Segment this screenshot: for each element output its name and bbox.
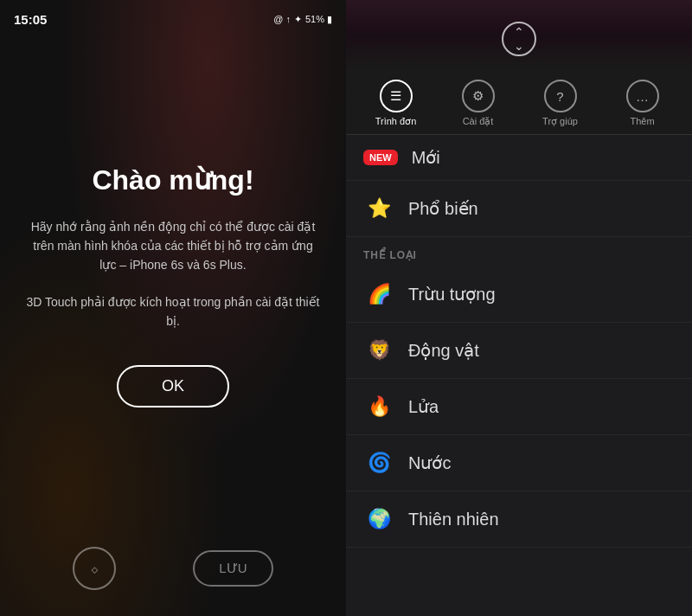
nuoc-icon: 🌀 xyxy=(363,447,394,478)
welcome-desc-2: 3D Touch phải được kích hoạt trong phần … xyxy=(26,292,320,331)
ok-button[interactable]: OK xyxy=(117,365,229,407)
nav-them[interactable]: … Thêm xyxy=(617,80,669,126)
dong-vat-icon: 🦁 xyxy=(363,335,394,366)
menu-item-lua[interactable]: 🔥 Lửa xyxy=(346,379,692,435)
right-top-image: ⌃⌄ xyxy=(346,0,692,69)
menu-item-dong-vat[interactable]: 🦁 Động vật xyxy=(346,323,692,379)
new-badge: NEW xyxy=(363,150,398,165)
luu-button[interactable]: LƯU xyxy=(193,550,272,587)
thien-nhien-text: Thiên nhiên xyxy=(408,510,499,529)
lua-text: Lửa xyxy=(408,396,439,417)
nav-tro-giup[interactable]: ? Trợ giúp xyxy=(535,80,586,127)
nuoc-text: Nước xyxy=(408,452,451,473)
menu-item-nuoc[interactable]: 🌀 Nước xyxy=(346,435,692,491)
left-status-time: 15:05 xyxy=(14,12,47,27)
lua-icon: 🔥 xyxy=(363,391,394,422)
menu-item-moi[interactable]: NEW Mới xyxy=(346,135,692,181)
trinh-don-icon: ☰ xyxy=(380,80,413,112)
left-bottom-bar: ⬦ LƯU xyxy=(0,533,346,616)
trinh-don-label: Trình đơn xyxy=(375,116,417,127)
welcome-title: Chào mừng! xyxy=(92,164,253,196)
left-panel: 15:05 @ ↑ ✦ 51% ▮ Chào mừng! Hãy nhớ rằn… xyxy=(0,0,346,616)
tro-giup-icon: ? xyxy=(544,80,577,112)
moi-text: Mới xyxy=(412,147,440,168)
left-status-bar: 15:05 @ ↑ ✦ 51% ▮ xyxy=(0,0,346,38)
chevron-button[interactable]: ⌃⌄ xyxy=(502,22,536,56)
menu-item-thien-nhien[interactable]: 🌍 Thiên nhiên xyxy=(346,491,692,548)
pho-bien-text: Phổ biến xyxy=(408,198,478,219)
arrows-icon: ⬦ xyxy=(90,560,99,578)
welcome-desc-1: Hãy nhớ rằng ảnh nền động chỉ có thể đượ… xyxy=(26,217,320,275)
thien-nhien-icon: 🌍 xyxy=(363,504,394,535)
pho-bien-icon: ⭐ xyxy=(363,193,394,224)
menu-list: NEW Mới ⭐ Phổ biến THỂ LOẠI 🌈 Trừu tượng… xyxy=(346,135,692,616)
them-label: Thêm xyxy=(630,116,654,126)
them-icon: … xyxy=(626,80,659,112)
dong-vat-text: Động vật xyxy=(408,340,479,361)
tru-tuong-icon: 🌈 xyxy=(363,279,394,310)
nav-trinh-don[interactable]: ☰ Trình đơn xyxy=(370,80,422,127)
section-header-the-loai: THỂ LOẠI xyxy=(346,237,692,266)
left-content: Chào mừng! Hãy nhớ rằng ảnh nền động chỉ… xyxy=(0,38,346,533)
chevron-icon: ⌃⌄ xyxy=(514,25,524,53)
tro-giup-label: Trợ giúp xyxy=(542,116,578,127)
cai-dat-label: Cài đặt xyxy=(463,116,494,127)
menu-item-tru-tuong[interactable]: 🌈 Trừu tượng xyxy=(346,266,692,323)
menu-item-pho-bien[interactable]: ⭐ Phổ biến xyxy=(346,181,692,237)
tru-tuong-text: Trừu tượng xyxy=(408,284,496,305)
cai-dat-icon: ⚙ xyxy=(462,80,495,112)
adjust-icon-button[interactable]: ⬦ xyxy=(73,547,116,590)
left-status-icons: @ ↑ ✦ 51% ▮ xyxy=(273,14,332,25)
nav-cai-dat[interactable]: ⚙ Cài đặt xyxy=(452,80,504,127)
nav-bar: ☰ Trình đơn ⚙ Cài đặt ? Trợ giúp … Thêm xyxy=(346,69,692,135)
right-panel: ⌃⌄ ☰ Trình đơn ⚙ Cài đặt ? Trợ giúp … Th… xyxy=(346,0,692,616)
